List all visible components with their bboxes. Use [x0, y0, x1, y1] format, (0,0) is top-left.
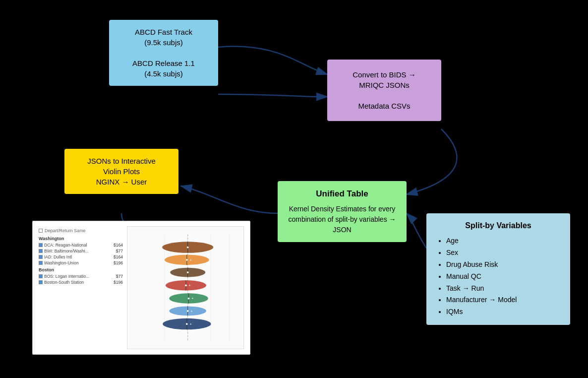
abcd-line3: ABCD Release 1.1 — [118, 58, 209, 68]
split-by-title: Split-by Variables — [436, 220, 560, 231]
bwi-check — [39, 249, 43, 253]
split-item-iqms: IQMs — [446, 306, 560, 318]
dca-check — [39, 243, 43, 247]
abcd-line1: ABCD Fast Track — [118, 27, 209, 37]
bss-price: $196 — [114, 280, 123, 285]
dca-name: DCA: Reagan-National — [44, 243, 87, 248]
json-violin-box: JSONs to Interactive Violin Plots NGINX … — [64, 149, 178, 194]
abcd-box: ABCD Fast Track (9.5k subjs) ABCD Releas… — [109, 20, 218, 86]
depart-return-checkbox: Depart/Return Same — [39, 228, 123, 233]
svg-text:+: + — [189, 258, 191, 262]
json-violin-line2: Violin Plots — [73, 166, 170, 177]
wu-name: Washington-Union — [44, 260, 79, 265]
wu-item: Washington-Union $196 — [39, 260, 123, 265]
split-item-qc: Manual QC — [446, 271, 560, 283]
bss-name: Boston-South Station — [44, 280, 84, 285]
svg-point-22 — [188, 298, 190, 300]
split-item-task: Task → Run — [446, 283, 560, 295]
wu-check — [39, 261, 43, 265]
abcd-line2: (9.5k subjs) — [118, 37, 209, 48]
bos-name: BOS: Logan Internatio... — [44, 274, 89, 279]
svg-text:+: + — [190, 309, 192, 314]
svg-text:+: + — [191, 296, 193, 301]
depart-checkbox-icon — [39, 229, 43, 233]
unified-table-box: Unified Table Kernel Density Estimates f… — [278, 181, 407, 242]
convert-line4: Metadata CSVs — [336, 101, 432, 111]
bss-item: Boston-South Station $196 — [39, 280, 123, 285]
split-item-drug: Drug Abuse Risk — [446, 259, 560, 271]
split-item-age: Age — [446, 235, 560, 247]
convert-line2: MRIQC JSONs — [336, 80, 432, 90]
bwi-name: BWI: Baltimore/Washi... — [44, 249, 88, 253]
svg-point-18 — [185, 284, 187, 286]
violin-plot-area: + + + — [127, 226, 244, 349]
dca-price: $164 — [114, 243, 123, 248]
screenshot-box: Depart/Return Same Washington DCA: Reaga… — [32, 221, 250, 355]
convert-line1: Convert to BIDS → — [336, 69, 432, 80]
bos-item: BOS: Logan Internatio... $77 — [39, 274, 123, 279]
screenshot-left-panel: Depart/Return Same Washington DCA: Reaga… — [39, 226, 123, 349]
abcd-line4: (4.5k subjs) — [118, 68, 209, 79]
wu-price: $196 — [114, 260, 123, 265]
convert-box: Convert to BIDS → MRIQC JSONs Metadata C… — [327, 60, 441, 121]
bos-check — [39, 274, 43, 278]
svg-text:+: + — [189, 322, 191, 326]
iad-name: IAD: Dulles Intl — [44, 254, 72, 259]
dca-item: DCA: Reagan-National $164 — [39, 243, 123, 248]
svg-point-11 — [186, 259, 188, 261]
json-violin-line1: JSONs to Interactive — [73, 156, 170, 166]
violin-svg: + + + — [127, 227, 243, 349]
bos-price: $77 — [116, 274, 123, 279]
unified-table-body: Kernel Density Estimates for every combi… — [287, 204, 398, 235]
split-item-manufacturer: Manufacturer → Model — [446, 294, 560, 306]
json-violin-line3: NGINX → User — [73, 177, 170, 187]
svg-point-30 — [186, 323, 188, 325]
svg-point-15 — [187, 271, 189, 273]
iad-item: IAD: Dulles Intl $164 — [39, 254, 123, 259]
bss-check — [39, 280, 43, 284]
unified-table-title: Unified Table — [287, 188, 398, 200]
bwi-price: $77 — [116, 249, 123, 253]
svg-text:+: + — [189, 283, 191, 288]
split-by-list: Age Sex Drug Abuse Risk Manual QC Task →… — [436, 235, 560, 318]
svg-point-26 — [187, 310, 189, 312]
diagram-container: ABCD Fast Track (9.5k subjs) ABCD Releas… — [0, 0, 588, 378]
svg-point-8 — [187, 247, 189, 249]
depart-return-label: Depart/Return Same — [45, 228, 86, 233]
iad-check — [39, 255, 43, 259]
split-item-sex: Sex — [446, 247, 560, 259]
iad-price: $164 — [114, 254, 123, 259]
split-by-box: Split-by Variables Age Sex Drug Abuse Ri… — [426, 213, 570, 325]
washington-label: Washington — [39, 236, 123, 241]
boston-label: Boston — [39, 267, 123, 272]
bwi-item: BWI: Baltimore/Washi... $77 — [39, 249, 123, 253]
